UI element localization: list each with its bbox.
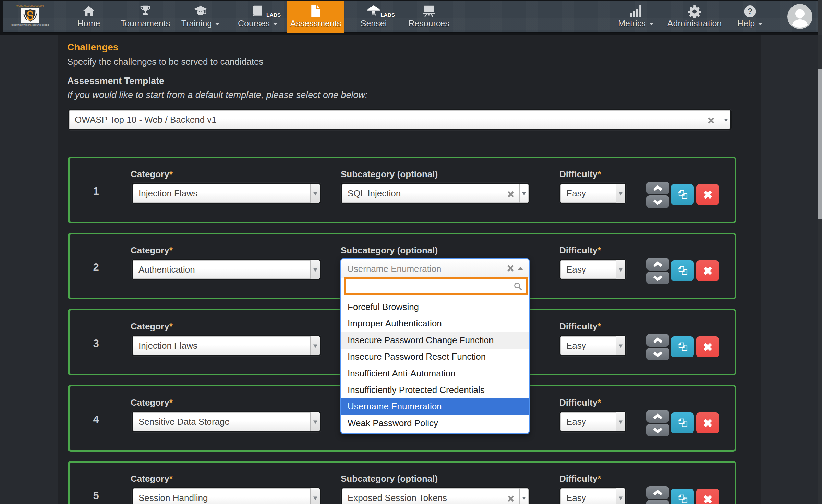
svg-text:?: ? [748,7,753,16]
